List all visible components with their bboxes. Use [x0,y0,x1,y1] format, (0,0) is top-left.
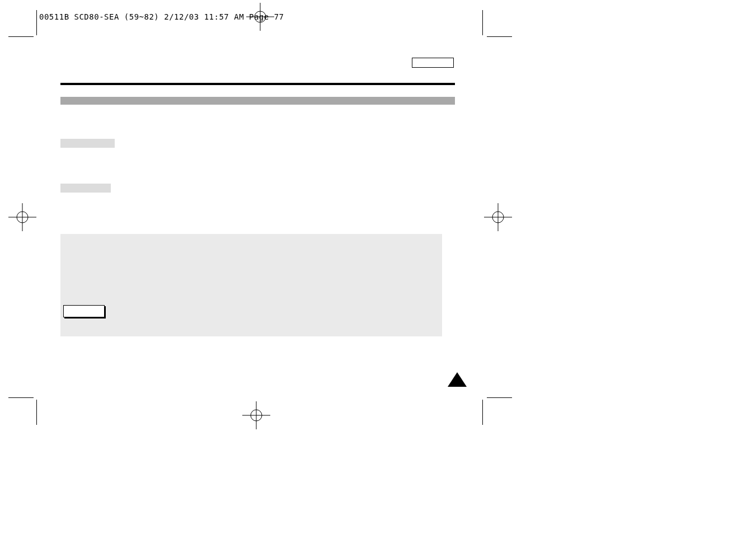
label-highlight [60,139,115,148]
registration-mark-icon [243,0,277,34]
section-bar [60,97,455,105]
crop-mark [36,400,37,425]
registration-mark-icon [481,200,515,234]
crop-mark [482,400,483,425]
registration-mark-icon [6,200,39,234]
crop-mark [487,397,512,398]
crop-mark [36,10,37,35]
page-number-box [412,58,454,68]
crop-mark [8,397,34,398]
registration-mark-icon [240,399,273,432]
crop-mark [8,36,34,37]
crop-mark [487,36,512,37]
divider-rule [60,83,455,85]
content-panel [60,234,442,336]
button-graphic [63,305,105,317]
triangle-up-icon [448,372,467,387]
crop-mark [482,10,483,35]
label-highlight [60,184,111,193]
